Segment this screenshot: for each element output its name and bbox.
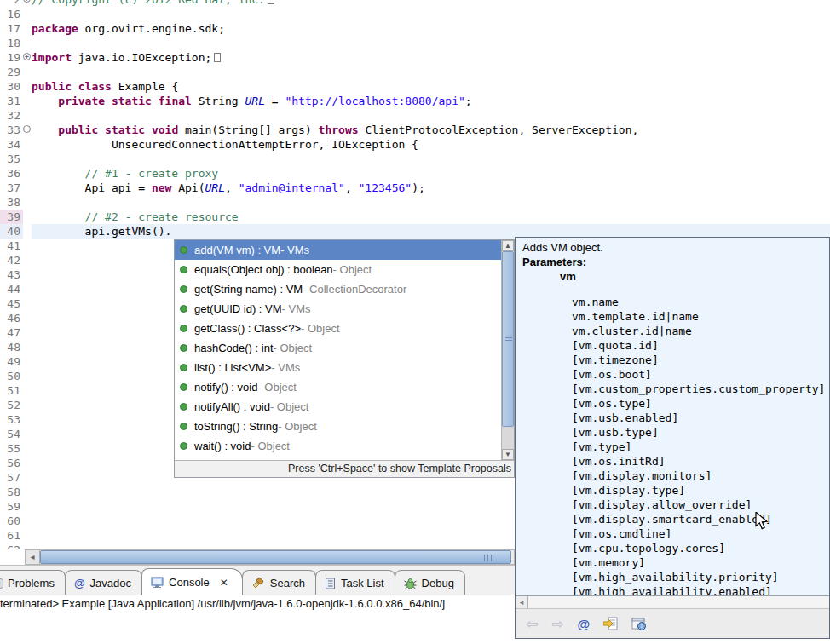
line-number: 55 <box>0 441 23 456</box>
tab-debug[interactable]: Debug <box>395 570 465 595</box>
vm-property: [vm.display.smartcard_enabled] <box>572 512 829 526</box>
public-method-icon <box>180 305 187 313</box>
line-number: 16 <box>0 7 23 21</box>
completion-declaring-type: - Object <box>333 263 372 276</box>
code-segment: main(String[] args) <box>178 124 318 136</box>
code-segment <box>32 124 58 136</box>
scroll-grip-icon <box>484 555 494 561</box>
completion-item[interactable]: equals(Object obj) : boolean - Object <box>175 260 514 279</box>
eclipse-window: 2+// Copyright (c) 2012 Red Hat, Inc.161… <box>0 0 830 644</box>
vm-property: [vm.os.initRd] <box>572 454 829 469</box>
open-in-browser-icon[interactable] <box>631 617 647 630</box>
fold-collapse-icon[interactable]: − <box>23 125 31 133</box>
panel-horizontal-scrollbar[interactable]: ◂ <box>516 595 829 609</box>
line-number: 47 <box>0 325 23 340</box>
scroll-up-icon[interactable]: ▲ <box>502 240 514 251</box>
code-text[interactable] <box>32 108 830 123</box>
code-segment: ClientProtocolException, ServerException… <box>359 124 639 136</box>
code-segment: Api api = <box>32 181 152 194</box>
editor-hscroll-thumb[interactable] <box>40 550 511 564</box>
code-text[interactable] <box>32 36 830 50</box>
code-segment <box>32 95 58 107</box>
completion-label: add(VM vm) : VM <box>194 244 280 256</box>
public-method-icon <box>180 423 187 430</box>
open-attached-javadoc-icon[interactable] <box>603 617 618 630</box>
code-text[interactable]: // #1 - create proxy <box>32 166 830 181</box>
code-segment: UnsecuredConnectionAttemptError, IOExcep… <box>32 138 418 151</box>
code-text[interactable]: public class Example { <box>32 79 830 94</box>
code-segment: org.ovirt.engine.sdk; <box>78 22 225 35</box>
line-number: 18 <box>0 36 23 50</box>
code-segment: static <box>105 124 145 136</box>
fold-column <box>23 239 32 253</box>
completion-item[interactable]: notify() : void - Object <box>175 377 514 397</box>
tab-console[interactable]: Console✕ <box>141 568 243 595</box>
show-in-javadoc-view-icon[interactable]: @ <box>578 617 591 631</box>
completion-item[interactable]: hashCode() : int - Object <box>175 338 514 358</box>
line-number: 48 <box>0 340 23 354</box>
line-number: 29 <box>0 65 23 79</box>
completion-label: list() : List<VM> <box>194 361 271 374</box>
tab-problems[interactable]: !Problems <box>0 570 66 595</box>
back-icon[interactable]: ⇦ <box>526 615 538 633</box>
code-text[interactable]: import java.io.IOException; <box>32 50 830 65</box>
completion-label: notifyAll() : void <box>194 400 270 413</box>
code-text[interactable] <box>32 152 830 166</box>
tab-search[interactable]: Search <box>242 570 316 595</box>
forward-icon[interactable]: ⇨ <box>551 615 563 633</box>
fold-column <box>23 325 32 340</box>
code-text[interactable]: UnsecuredConnectionAttemptError, IOExcep… <box>32 137 830 152</box>
code-line: 33− public static void main(String[] arg… <box>0 123 830 137</box>
console-output-area[interactable] <box>0 612 515 644</box>
scroll-down-icon[interactable]: ▼ <box>502 449 514 460</box>
code-text[interactable] <box>32 7 830 21</box>
fold-column <box>23 65 32 79</box>
completion-item[interactable]: get(String name) : VM - CollectionDecora… <box>175 279 514 299</box>
completion-item[interactable]: add(VM vm) : VM - VMs <box>175 240 514 260</box>
scroll-left-icon[interactable]: ◂ <box>26 550 40 564</box>
code-segment: private <box>58 95 105 107</box>
fold-column <box>23 137 32 152</box>
tab-label: Task List <box>341 577 384 589</box>
completion-scrollbar[interactable]: ▲ ▼ <box>501 240 514 460</box>
parameters-label: Parameters: <box>522 255 829 269</box>
code-text[interactable]: Api api = new Api(URL, "admin@internal",… <box>32 181 830 195</box>
completion-item[interactable]: list() : List<VM> - VMs <box>175 358 514 377</box>
close-icon[interactable]: ✕ <box>220 577 228 589</box>
code-segment: public <box>58 124 98 136</box>
completion-item[interactable]: getClass() : Class<?> - Object <box>175 319 514 338</box>
scroll-left-icon[interactable]: ◂ <box>516 596 528 608</box>
code-text[interactable]: private static final String URL = "http:… <box>32 94 830 108</box>
scroll-grip-icon <box>505 337 512 342</box>
line-number: 37 <box>0 181 23 195</box>
editor-horizontal-scrollbar[interactable]: ◂ <box>25 549 515 565</box>
line-number: 61 <box>0 528 23 543</box>
fold-column: − <box>23 123 32 137</box>
code-text[interactable]: // #2 - create resource <box>32 210 830 224</box>
fold-column <box>23 528 32 543</box>
fold-column <box>23 36 32 50</box>
completion-item[interactable]: toString() : String - Object <box>175 417 514 436</box>
completion-scroll-thumb[interactable] <box>502 251 514 427</box>
fold-column: + <box>23 0 32 7</box>
line-number: 35 <box>0 152 23 166</box>
completion-item[interactable]: get(UUID id) : VM - VMs <box>175 299 514 319</box>
completion-item[interactable]: notifyAll() : void - Object <box>175 397 514 417</box>
code-text[interactable]: // Copyright (c) 2012 Red Hat, Inc. <box>32 0 830 7</box>
tab-javadoc[interactable]: @Javadoc <box>65 570 142 595</box>
code-text[interactable] <box>32 195 830 210</box>
javadoc-content: Adds VM object. Parameters: vm vm.namevm… <box>516 238 829 595</box>
tab-tasklist[interactable]: Task List <box>315 570 395 595</box>
folded-region-icon[interactable] <box>268 0 274 4</box>
completion-label: wait() : void <box>194 440 251 452</box>
code-segment: // #2 - create resource <box>32 210 239 223</box>
completion-item[interactable]: wait() : void - Object <box>175 436 514 456</box>
fold-expand-icon[interactable]: + <box>23 0 31 3</box>
fold-expand-icon[interactable]: + <box>23 53 31 60</box>
code-text[interactable]: package org.ovirt.engine.sdk; <box>32 21 830 36</box>
public-method-icon <box>180 285 187 293</box>
code-text[interactable] <box>32 65 830 79</box>
public-method-icon <box>180 246 187 254</box>
code-text[interactable]: public static void main(String[] args) t… <box>32 123 830 137</box>
folded-region-icon[interactable] <box>214 53 221 62</box>
